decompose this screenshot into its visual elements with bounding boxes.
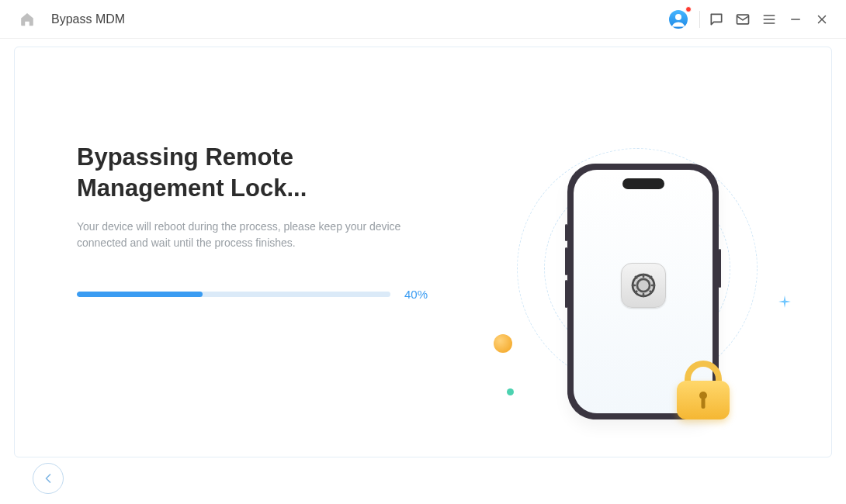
home-icon[interactable] [14,6,40,33]
phone-icon [567,164,719,419]
svg-rect-6 [642,274,644,278]
minimize-button[interactable] [782,6,809,33]
svg-rect-8 [631,285,635,287]
back-button[interactable] [33,463,64,494]
padlock-icon [674,361,733,421]
footer [0,453,846,504]
progress-percent-label: 40% [404,288,428,301]
orange-dot-icon [494,334,512,353]
progress-fill [77,292,203,297]
account-icon[interactable] [665,6,692,33]
teal-dot-icon [507,388,514,395]
progress-track [77,292,390,297]
main-panel: Bypassing Remote Management Lock... Your… [14,47,832,457]
svg-rect-7 [642,293,644,297]
page-title: Bypass MDM [51,12,125,26]
chat-icon[interactable] [703,6,730,33]
description-text: Your device will reboot during the proce… [77,219,418,252]
notification-dot-icon [685,6,692,12]
titlebar-divider [699,11,700,28]
svg-rect-9 [650,285,654,287]
menu-icon[interactable] [756,6,782,33]
settings-gear-icon [621,263,666,308]
mail-icon[interactable] [730,6,756,33]
titlebar: Bypass MDM [0,0,846,39]
svg-point-1 [675,14,681,20]
close-button[interactable] [809,6,835,33]
sparkle-icon [778,295,791,308]
phone-notch-icon [622,178,664,189]
illustration [490,117,785,419]
progress-bar: 40% [77,288,442,301]
heading: Bypassing Remote Management Lock... [77,142,442,205]
progress-section: Bypassing Remote Management Lock... Your… [77,142,442,301]
